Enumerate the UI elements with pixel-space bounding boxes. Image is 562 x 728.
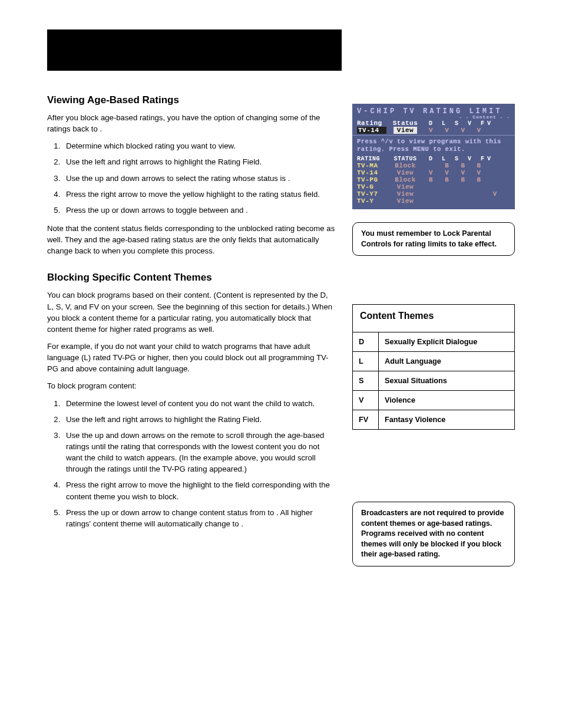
list-item: Use the left and right arrows to highlig…	[62, 156, 336, 167]
osd-hdr-flags: D L S V FV	[424, 120, 510, 127]
sidebar-column: V-CHIP TV RATING LIMIT - - Content - - R…	[352, 94, 515, 566]
osd-sel-status: View	[394, 127, 417, 134]
steps-blocking: Determine the lowest level of content yo…	[47, 398, 336, 529]
list-item: Determine the lowest level of content yo…	[62, 398, 336, 409]
list-item: Press the right arrow to move the yellow…	[62, 189, 336, 200]
osd-hdr-rating: Rating	[357, 120, 386, 127]
table-row: VViolence	[353, 391, 515, 410]
osd-header-row: Rating Status D L S V FV	[357, 120, 510, 127]
section-viewing-ratings: Viewing Age-Based Ratings After you bloc…	[47, 94, 336, 256]
table-row: DSexually Explicit Dialogue	[353, 332, 515, 352]
chapter-header-bar	[47, 29, 342, 71]
osd-sel-flags: V V V V	[424, 127, 510, 134]
osd-hdr-status: Status	[390, 120, 421, 127]
osd-row: TV-YView	[357, 197, 510, 205]
table-row: FVFantasy Violence	[353, 410, 515, 430]
osd-sel-rating: TV-14	[357, 127, 386, 134]
main-text-column: Viewing Age-Based Ratings After you bloc…	[47, 94, 336, 566]
osd-row: TV-GView	[357, 183, 510, 190]
list-item: Use the left and right arrows to highlig…	[62, 414, 336, 425]
osd-row: TV-14ViewV V V V	[357, 169, 510, 176]
table-row: SSexual Situations	[353, 371, 515, 391]
content-themes-title: Content Themes	[352, 304, 515, 332]
heading-viewing: Viewing Age-Based Ratings	[47, 94, 336, 106]
content-themes-table: Content Themes DSexually Explicit Dialog…	[352, 304, 515, 430]
para-blocking-3: To block program content:	[47, 380, 336, 391]
heading-blocking: Blocking Specific Content Themes	[47, 272, 336, 284]
table-row: LAdult Language	[353, 352, 515, 371]
osd-instructions: Press ^/v to view programs with this rat…	[357, 138, 510, 153]
vchip-osd-screenshot: V-CHIP TV RATING LIMIT - - Content - - R…	[352, 104, 515, 209]
osd-row: TV-Y7View V	[357, 190, 510, 197]
list-item: Use the up and down arrows on the remote…	[62, 430, 336, 475]
list-item: Press the up or down arrows to toggle be…	[62, 205, 336, 216]
section-blocking-themes: Blocking Specific Content Themes You can…	[47, 272, 336, 529]
steps-viewing: Determine which blocked rating you want …	[47, 140, 336, 216]
osd-list-hdr-status: STATUS	[390, 156, 421, 162]
lock-reminder-note: You must remember to Lock Parental Contr…	[352, 222, 515, 256]
list-item: Press the up or down arrow to change con…	[62, 507, 336, 529]
osd-row: TV-PGBlockB B B B	[357, 176, 510, 183]
broadcaster-note: Broadcasters are not required to provide…	[352, 502, 515, 566]
para-blocking-1: You can block programs based on their co…	[47, 289, 336, 335]
list-item: Determine which blocked rating you want …	[62, 140, 336, 151]
note-viewing: Note that the content status fields corr…	[47, 223, 336, 256]
osd-list-hdr-rating: RATING	[357, 156, 386, 162]
osd-list-header: RATING STATUS D L S V FV	[357, 156, 510, 162]
list-item: Press the right arrow to move the highli…	[62, 479, 336, 502]
osd-row: TV-MABlock B B B	[357, 162, 510, 169]
intro-viewing: After you block age-based ratings, you h…	[47, 112, 336, 134]
osd-selected-row: TV-14 View V V V V	[357, 127, 510, 134]
osd-list-hdr-flags: D L S V FV	[424, 156, 510, 162]
list-item: Use the up and down arrows to select the…	[62, 173, 336, 184]
para-blocking-2: For example, if you do not want your chi…	[47, 341, 336, 374]
